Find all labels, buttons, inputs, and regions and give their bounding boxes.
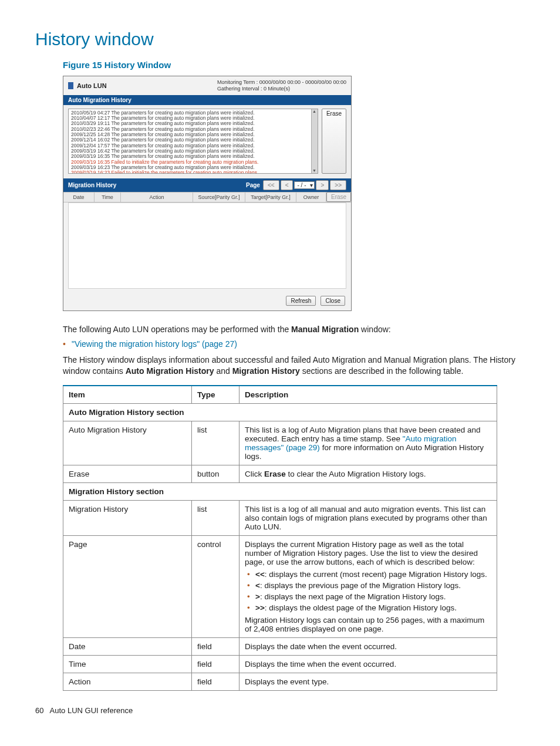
col-source: Source[Parity Gr.] xyxy=(193,193,245,202)
col-date: Date xyxy=(63,193,95,202)
cell-type: control xyxy=(192,536,239,638)
text-bold: >> xyxy=(255,603,265,612)
link-migration-history-logs[interactable]: "Viewing the migration history logs" (pa… xyxy=(72,339,237,349)
section-migration-history: Migration History section xyxy=(63,483,497,501)
para-description: The History window displays information … xyxy=(63,355,525,377)
close-button[interactable]: Close xyxy=(321,296,345,306)
cell-item: Time xyxy=(63,656,192,673)
page-heading: History window xyxy=(35,29,525,49)
text: : displays the previous page of the Migr… xyxy=(260,581,461,590)
refresh-button[interactable]: Refresh xyxy=(286,296,316,306)
text-bold: Manual Migration xyxy=(291,325,359,334)
migration-history-label: Migration History xyxy=(68,182,116,188)
auto-migration-history-log: 2010/05/19 04:27 The parameters for crea… xyxy=(68,109,318,174)
migration-history-empty xyxy=(68,202,346,289)
text: : displays the next page of the Migratio… xyxy=(260,592,446,601)
para-intro: The following Auto LUN operations may be… xyxy=(63,324,525,335)
monitoring-term: Monitoring Term : 0000/00/00 00:00 - 000… xyxy=(217,79,346,86)
cell-type: list xyxy=(192,421,239,465)
history-window-table: Item Type Description Auto Migration His… xyxy=(63,385,497,691)
cell-item: Erase xyxy=(63,465,192,483)
page-footer: 60 Auto LUN GUI reference xyxy=(35,706,525,715)
cell-item: Migration History xyxy=(63,501,192,536)
text-bold: > xyxy=(255,592,260,601)
text: Migration History logs can contain up to… xyxy=(245,616,491,633)
table-row: Erase button Click Erase to clear the Au… xyxy=(63,465,497,483)
table-row: Action field Displays the event type. xyxy=(63,673,497,691)
cell-desc: Click Erase to clear the Auto Migration … xyxy=(239,465,497,483)
cell-type: list xyxy=(192,501,239,536)
cell-type: field xyxy=(192,656,239,673)
page-select[interactable]: - / - xyxy=(294,181,315,189)
text: and xyxy=(214,366,232,376)
link-list: "Viewing the migration history logs" (pa… xyxy=(63,339,525,349)
text: Displays the current Migration History p… xyxy=(245,540,491,566)
table-erase-button[interactable]: Erase xyxy=(326,192,351,202)
col-target: Target[Parity Gr.] xyxy=(245,193,296,202)
migration-history-columns: Date Time Action Source[Parity Gr.] Targ… xyxy=(63,192,351,202)
footer-text: Auto LUN GUI reference xyxy=(50,706,133,715)
app-icon xyxy=(68,82,73,89)
table-row: Time field Displays the time when the ev… xyxy=(63,656,497,673)
text-bold: Migration History xyxy=(232,366,300,376)
page-number: 60 xyxy=(35,706,43,715)
table-row: Page control Displays the current Migrat… xyxy=(63,536,497,638)
text: window: xyxy=(359,325,390,334)
text: : displays the current (most recent) pag… xyxy=(265,570,487,579)
col-owner: Owner xyxy=(296,193,326,202)
figure-caption: Figure 15 History Window xyxy=(63,60,525,70)
cell-item: Auto Migration History xyxy=(63,421,192,465)
page-prev-button[interactable]: < xyxy=(281,180,294,190)
cell-type: field xyxy=(192,638,239,656)
text: The following Auto LUN operations may be… xyxy=(63,325,291,334)
cell-desc: Displays the date when the event occurre… xyxy=(239,638,497,656)
th-type: Type xyxy=(192,386,239,404)
cell-desc: Displays the event type. xyxy=(239,673,497,691)
scrollbar[interactable] xyxy=(311,109,318,173)
log-line-error: 2009/03/19 16:23 Failed to initialize th… xyxy=(71,170,315,173)
cell-type: button xyxy=(192,465,239,483)
text: sections are described in the following … xyxy=(300,366,464,376)
text-bold: Erase xyxy=(264,470,286,478)
cell-item: Action xyxy=(63,673,192,691)
erase-button[interactable]: Erase xyxy=(322,109,346,174)
cell-desc: This list is a log of Auto Migration pla… xyxy=(239,421,497,465)
gathering-interval: Gathering Interval : 0 Minute(s) xyxy=(217,86,346,92)
text: : displays the oldest page of the Migrat… xyxy=(265,603,457,612)
page-last-button[interactable]: >> xyxy=(330,180,346,190)
col-action: Action xyxy=(121,193,193,202)
page-next-button[interactable]: > xyxy=(316,180,329,190)
th-description: Description xyxy=(239,386,497,404)
table-row: Auto Migration History list This list is… xyxy=(63,421,497,465)
window-title: Auto LUN xyxy=(77,82,107,89)
cell-desc: Displays the current Migration History p… xyxy=(239,536,497,638)
page-label: Page xyxy=(246,182,260,188)
cell-type: field xyxy=(192,673,239,691)
history-window-figure: Auto LUN Monitoring Term : 0000/00/00 00… xyxy=(63,76,352,311)
text: Click xyxy=(245,470,264,478)
cell-desc: Displays the time when the event occurre… xyxy=(239,656,497,673)
text-bold: Auto Migration History xyxy=(126,366,214,376)
table-row: Date field Displays the date when the ev… xyxy=(63,638,497,656)
col-time: Time xyxy=(95,193,121,202)
migration-history-bar: Migration History Page << < - / - > >> xyxy=(63,178,351,192)
page-first-button[interactable]: << xyxy=(263,180,279,190)
cell-item: Date xyxy=(63,638,192,656)
auto-migration-history-bar: Auto Migration History xyxy=(63,95,351,105)
text: to clear the Auto Migration History logs… xyxy=(286,470,426,478)
table-row: Migration History list This list is a lo… xyxy=(63,501,497,536)
cell-desc: This list is a log of all manual and aut… xyxy=(239,501,497,536)
text-bold: < xyxy=(255,581,260,590)
text-bold: << xyxy=(255,570,265,579)
cell-item: Page xyxy=(63,536,192,638)
th-item: Item xyxy=(63,386,192,404)
section-auto-migration: Auto Migration History section xyxy=(63,404,497,421)
